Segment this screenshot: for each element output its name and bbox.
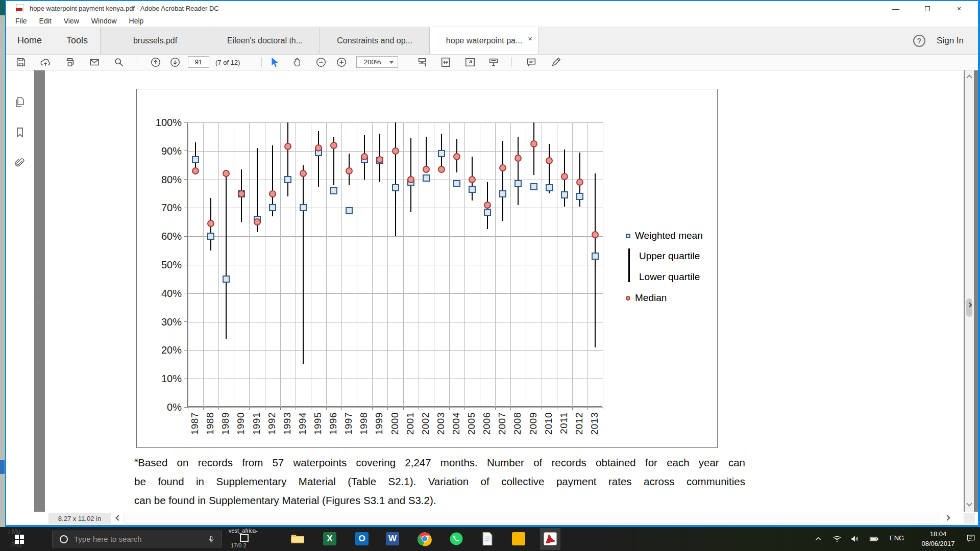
volume-icon[interactable]	[850, 534, 860, 543]
outlook-icon[interactable]: O	[354, 531, 370, 546]
hand-tool-icon[interactable]	[292, 57, 303, 68]
zoom-in-icon[interactable]	[336, 57, 347, 68]
tab-brussels[interactable]: brussels.pdf	[100, 27, 210, 54]
menu-file[interactable]: File	[9, 17, 33, 25]
quartile-range-bar	[518, 137, 519, 205]
x-axis-tick-label: 1987	[189, 412, 201, 435]
x-axis-tick	[434, 407, 434, 410]
grid-line-vertical	[434, 122, 434, 407]
footnote-line-3: can be found in Supplementary Material (…	[134, 491, 745, 510]
grid-line-vertical	[587, 122, 588, 407]
x-axis-tick-label: 2009	[528, 412, 539, 435]
x-axis-tick	[542, 407, 542, 410]
weighted-mean-marker	[546, 184, 553, 191]
action-center-icon[interactable]	[966, 534, 976, 543]
highlighter-icon[interactable]	[550, 57, 561, 68]
menu-view[interactable]: View	[58, 17, 85, 25]
grid-line-horizontal	[188, 293, 603, 294]
maximize-button[interactable]	[916, 2, 939, 15]
bookmarks-icon[interactable]	[14, 127, 26, 139]
grid-line-horizontal	[188, 350, 603, 350]
share-upload-icon[interactable]	[40, 57, 51, 68]
minimize-button[interactable]: —	[884, 2, 908, 15]
save-icon[interactable]	[15, 57, 27, 68]
y-axis-tick-label: 60%	[137, 230, 182, 242]
search-icon[interactable]	[113, 57, 125, 68]
title-bar[interactable]: hope waterpoint payment kenya.pdf - Adob…	[5, 1, 979, 15]
quartile-range-bar	[303, 165, 304, 365]
x-axis-tick-label: 2013	[589, 412, 600, 435]
tab-home[interactable]: Home	[5, 27, 54, 54]
word-icon[interactable]: W	[385, 531, 400, 546]
tab-tools[interactable]: Tools	[54, 27, 100, 54]
fit-page-icon[interactable]	[440, 57, 451, 68]
email-icon[interactable]	[89, 57, 100, 68]
menu-edit[interactable]: Edit	[33, 17, 58, 25]
previous-page-icon[interactable]	[150, 57, 161, 68]
taskbar-search-input[interactable]: Type here to search	[52, 531, 222, 547]
vertical-scrollbar[interactable]	[965, 70, 974, 512]
weighted-mean-marker	[284, 176, 291, 183]
x-axis-tick	[603, 407, 603, 410]
wifi-icon[interactable]	[832, 534, 842, 543]
left-panel-toggle-icon[interactable]	[36, 301, 41, 306]
chrome-icon[interactable]	[417, 531, 432, 546]
language-indicator[interactable]: ENG	[890, 534, 904, 542]
zoom-out-icon[interactable]	[315, 57, 327, 68]
microphone-icon[interactable]	[207, 534, 215, 544]
x-axis-tick	[387, 407, 388, 410]
legend-quartile-line	[628, 248, 630, 282]
median-marker	[392, 147, 399, 155]
close-button[interactable]: ×	[947, 2, 971, 15]
attachments-icon[interactable]	[14, 157, 26, 169]
file-explorer-icon[interactable]	[290, 531, 305, 546]
y-axis-tick-label: 30%	[137, 316, 182, 328]
x-axis-tick-label: 2008	[512, 412, 523, 435]
tab-eileens-doctoral[interactable]: Eileen's doctoral th...	[210, 27, 320, 54]
grid-line-vertical	[326, 122, 327, 407]
y-axis-tick	[184, 236, 188, 237]
whatsapp-icon[interactable]	[449, 531, 464, 546]
help-icon[interactable]: ?	[913, 35, 925, 47]
x-axis-tick	[265, 407, 265, 410]
print-icon[interactable]	[64, 57, 76, 68]
next-page-icon[interactable]	[169, 57, 181, 68]
clock[interactable]: 18:04 08/06/2017	[914, 529, 963, 548]
select-tool-icon[interactable]	[268, 57, 280, 68]
grid-line-vertical	[464, 122, 465, 407]
tray-expand-icon[interactable]	[813, 534, 823, 543]
weighted-mean-marker	[484, 209, 491, 216]
sign-in-button[interactable]: Sign In	[937, 36, 964, 46]
x-axis-tick-label: 2003	[435, 412, 447, 435]
task-view-button[interactable]	[240, 534, 249, 542]
scrolling-mode-icon[interactable]	[416, 57, 428, 68]
page-number-input[interactable]	[188, 56, 209, 68]
tab-hope-waterpoint-active[interactable]: hope waterpoint pa... ×	[429, 27, 539, 54]
background-badge	[0, 460, 5, 474]
page-thumbnails-icon[interactable]	[14, 96, 26, 108]
fullscreen-icon[interactable]	[464, 57, 476, 68]
grid-line-vertical	[542, 122, 542, 407]
vertical-scroll-thumb[interactable]	[966, 298, 972, 317]
median-marker	[300, 170, 307, 177]
excel-icon[interactable]: X	[322, 531, 337, 546]
scrollbar-corner	[964, 513, 975, 524]
menu-help[interactable]: Help	[123, 17, 150, 25]
menu-window[interactable]: Window	[85, 17, 123, 25]
tab-constraints[interactable]: Constraints and op...	[320, 27, 429, 54]
notepad-icon[interactable]	[480, 531, 495, 546]
x-axis-tick-label: 1992	[266, 412, 278, 435]
horizontal-scrollbar[interactable]	[124, 513, 940, 524]
sticky-notes-icon[interactable]	[511, 531, 526, 546]
tab-close-icon[interactable]: ×	[528, 34, 532, 43]
legend-weighted-mean-marker	[626, 234, 630, 238]
zoom-level-select[interactable]: 200%	[356, 56, 398, 68]
x-axis-tick	[341, 407, 342, 410]
x-axis-tick	[280, 407, 281, 410]
presentation-icon[interactable]	[488, 57, 499, 68]
battery-icon[interactable]	[869, 534, 879, 543]
x-axis-tick-label: 1999	[374, 412, 385, 435]
start-button[interactable]	[7, 532, 32, 546]
acrobat-icon[interactable]	[543, 531, 558, 546]
comment-icon[interactable]	[526, 57, 537, 68]
